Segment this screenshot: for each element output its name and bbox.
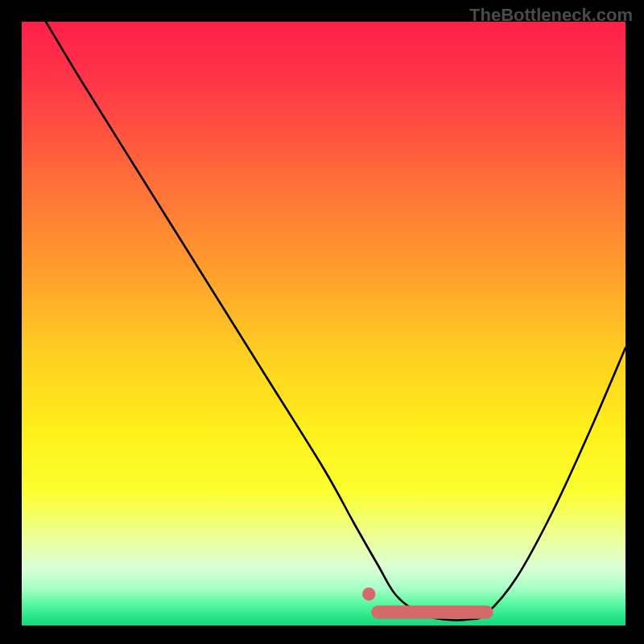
chart-container: TheBottleneck.com [0, 0, 644, 644]
flat-zone-dot [362, 588, 376, 601]
curve-layer [22, 22, 625, 625]
bottleneck-curve [46, 22, 625, 620]
plot-area [22, 22, 625, 625]
watermark-text: TheBottleneck.com [469, 5, 633, 26]
